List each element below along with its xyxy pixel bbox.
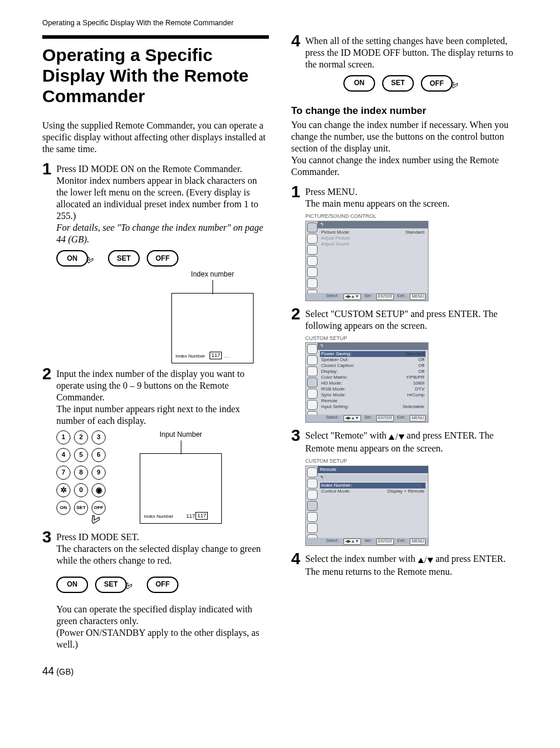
menu-line: Color Matrix:Y/PB/PR	[321, 375, 424, 380]
menu-category-icon	[307, 400, 318, 410]
right-step-3: 3 Select "Remote" with / and press ENTER…	[291, 430, 518, 455]
figure-caption: Input Number	[140, 430, 222, 439]
key-6: 6	[92, 448, 106, 462]
menu-line: Power Saving:Standard	[320, 351, 426, 357]
menu-line: HD Mode:1080i	[321, 380, 424, 386]
menu-line: Input Setting:Selectable	[321, 404, 424, 410]
menu-category-icon	[307, 512, 318, 522]
keypad-figure: 1 2 3 4 5 6 7 8 9 0 ON SET OFF	[56, 430, 269, 527]
step3-body3: You can operate the specified display in…	[56, 604, 252, 626]
key-set: SET	[74, 501, 88, 515]
key-8: 8	[74, 466, 88, 480]
step-number: 4	[291, 33, 305, 49]
key-mode-icon	[92, 483, 106, 497]
display-value: 117	[210, 352, 222, 359]
menu-line: Remote	[321, 398, 424, 404]
display-label: Index Number	[176, 353, 205, 359]
step-number: 3	[291, 427, 305, 444]
step-body-pre: Select "Remote" with	[305, 430, 389, 440]
step-body: Press ID MODE SET.	[56, 532, 139, 542]
menu-back: ↰	[318, 474, 428, 481]
step-body-post: and press ENTER.	[436, 554, 506, 564]
menu-line: RGB Mode:DTV	[321, 386, 424, 392]
left-step-3: 3 Press ID MODE SET. The characters on t…	[42, 531, 269, 567]
step-number: 2	[291, 306, 305, 322]
on-button: ON	[56, 577, 88, 593]
id-mode-pills-set: ON SET OFF	[56, 576, 269, 593]
on-button: ON	[343, 75, 375, 92]
display-label: Index Number	[144, 514, 173, 520]
menu-line: Picture Mode:Standard	[321, 230, 424, 235]
menu-category-icon	[307, 501, 318, 511]
menu-category-icon	[307, 366, 318, 376]
menu-footer: Select :◀▶▲▼ Set :ENTER Exit :MENU	[306, 538, 428, 545]
step-body: Select "CUSTOM SETUP" and press ENTER. T…	[305, 309, 498, 331]
step-number: 1	[42, 161, 56, 177]
menu-line: Speaker Out:Off	[321, 357, 424, 363]
step-body2: The main menu appears on the screen.	[305, 198, 450, 208]
menu-category-icon	[307, 467, 318, 477]
step3-body4: (Power ON/STANDBY apply to the other dis…	[56, 628, 259, 649]
menu-category-icon	[307, 523, 318, 533]
right-step-2: 2 Select "CUSTOM SETUP" and press ENTER.…	[291, 308, 518, 332]
step-body: When all of the setting changes have bee…	[305, 36, 513, 69]
page-number: 44 (GB)	[42, 665, 269, 678]
step-number: 1	[291, 184, 305, 200]
key-9: 9	[92, 466, 106, 480]
index-number-figure: Index number Index Number 117 . .	[171, 270, 254, 363]
menu-line: Closed Caption:Off	[321, 363, 424, 369]
key-5: 5	[74, 448, 88, 462]
menu-line: Adjust Sound	[321, 241, 424, 247]
menu-back: ↰	[318, 221, 428, 228]
right-step-1: 1 Press MENU. The main menu appears on t…	[291, 186, 518, 210]
left-step-2: 2 Input the index number of the display …	[42, 368, 269, 427]
key-brightness-icon	[56, 483, 70, 497]
menu-line: Index Number:1	[320, 483, 426, 488]
subheading: To change the index number	[291, 105, 518, 117]
menu-category-icon	[307, 389, 318, 399]
menu-line: Display:Off	[321, 369, 424, 375]
key-0: 0	[74, 483, 88, 497]
menu-category-icon	[307, 355, 318, 365]
left-step-1: 1 Press ID MODE ON on the Remote Command…	[42, 163, 269, 245]
id-mode-pills-off: ON SET OFF	[291, 75, 518, 92]
intro-paragraph: Using the supplied Remote Commander, you…	[42, 120, 269, 155]
right-step-4: 4 When all of the setting changes have b…	[291, 35, 518, 70]
step-body2: The input number appears right next to t…	[56, 404, 240, 426]
step-note: For details, see "To change the index nu…	[56, 223, 263, 244]
numeric-keypad: 1 2 3 4 5 6 7 8 9 0 ON SET OFF	[56, 430, 106, 515]
menu-category-icon	[307, 344, 318, 354]
menu-remote: CUSTOM SETUP Remote ↰ In	[305, 458, 429, 545]
running-header: Operating a Specific Display With the Re…	[42, 19, 518, 28]
step-number: 3	[42, 529, 56, 545]
step-body: Press MENU.	[305, 187, 357, 197]
menu-category-icon	[307, 378, 318, 388]
key-1: 1	[56, 430, 70, 444]
step-body2: The characters on the selected display c…	[56, 544, 261, 565]
menu-footer: Select :◀▶▲▼ Set :ENTER Exit :MENU	[306, 415, 428, 422]
figure-caption: Index number	[171, 270, 254, 279]
set-button: SET	[382, 75, 414, 92]
up-down-arrows-icon: /	[418, 554, 433, 566]
page-title: Operating a Specific Display With the Re…	[42, 45, 269, 107]
menu-tab: Remote	[318, 466, 428, 473]
menu-line: Control Mode:Display + Remote	[321, 488, 424, 494]
menu-category-icon	[307, 479, 318, 488]
step-body-pre: Select the index number with	[305, 554, 418, 564]
id-mode-pills-on: ON SET OFF	[56, 250, 269, 267]
key-4: 4	[56, 448, 70, 462]
menu-category-icon	[307, 256, 318, 266]
menu-back: ↰	[318, 343, 428, 350]
step-body: Input the index number of the display yo…	[56, 369, 244, 402]
step-body2: The menu returns to the Remote menu.	[305, 567, 452, 577]
step-body: Press ID MODE ON on the Remote Commander…	[56, 164, 258, 221]
off-button: OFF	[147, 250, 178, 267]
right-step-4b: 4 Select the index number with / and pre…	[291, 553, 518, 578]
display-extra: . .	[224, 353, 229, 359]
menu-line: Adjust Picture	[321, 235, 424, 241]
key-7: 7	[56, 466, 70, 480]
step-number: 2	[42, 366, 56, 382]
off-button: OFF	[147, 577, 178, 593]
up-down-arrows-icon: /	[389, 431, 404, 443]
menu-footer: Select :◀▶▲▼ Set :ENTER Exit :MENU	[306, 293, 428, 301]
